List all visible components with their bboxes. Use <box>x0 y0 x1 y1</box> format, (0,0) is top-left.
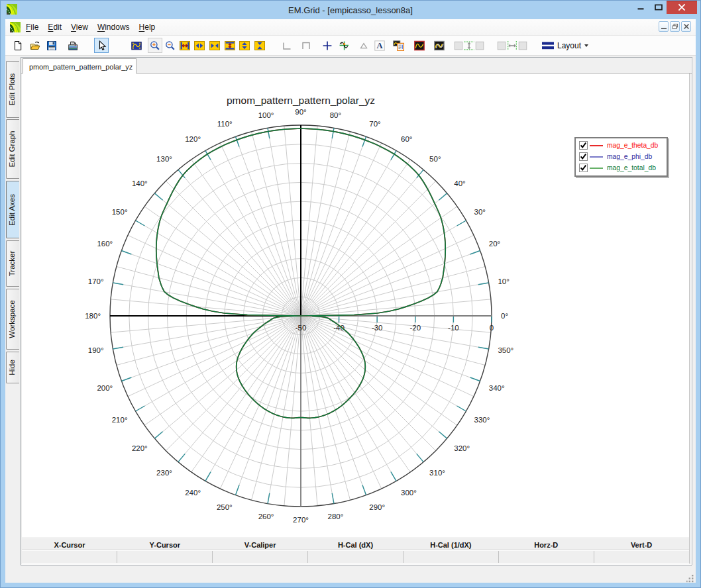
svg-text:210°: 210° <box>112 416 128 424</box>
text-label-button[interactable]: A <box>372 38 387 53</box>
menu-logo-icon <box>10 22 21 32</box>
menu-view[interactable]: View <box>66 19 93 36</box>
svg-text:40°: 40° <box>454 179 465 187</box>
svg-text:280°: 280° <box>328 513 344 520</box>
side-tab-edit-axes[interactable]: Edit Axes <box>6 181 19 239</box>
save-file-button[interactable] <box>44 38 59 53</box>
tracker-header-row: X-CursorY-CursorV-CaliperH-Cal (dX)H-Cal… <box>22 538 689 550</box>
copy-graph-button[interactable] <box>391 38 406 53</box>
mdi-minimize-button[interactable] <box>659 21 669 32</box>
legend-checkbox[interactable] <box>579 141 588 150</box>
menubar: FileEditViewWindowsHelp <box>5 19 696 36</box>
side-tab-label: Edit Plots <box>8 74 17 106</box>
svg-text:90°: 90° <box>295 108 306 116</box>
zoom-out-button[interactable] <box>163 38 178 53</box>
svg-text:200°: 200° <box>97 384 113 392</box>
tracker-value <box>307 551 403 563</box>
axes-corner-button <box>280 38 294 53</box>
pointer-button[interactable] <box>94 38 109 53</box>
svg-text:20°: 20° <box>489 240 500 248</box>
svg-text:250°: 250° <box>217 503 233 511</box>
app-area: FileEditViewWindowsHelp ALayout Edit Plo… <box>5 19 696 583</box>
svg-text:110°: 110° <box>217 120 233 128</box>
legend-checkbox[interactable] <box>579 152 588 161</box>
menu-file[interactable]: File <box>21 19 43 36</box>
svg-text:130°: 130° <box>156 155 172 163</box>
side-tab-hide[interactable]: Hide <box>6 352 19 384</box>
open-file-button[interactable] <box>28 38 42 53</box>
expand-x-button[interactable] <box>178 38 192 53</box>
window-minimize-button[interactable] <box>631 1 650 14</box>
svg-text:100°: 100° <box>258 111 274 119</box>
tracker-value <box>403 551 498 563</box>
tracker-value <box>212 551 307 563</box>
narrow-y-button[interactable] <box>252 38 267 53</box>
svg-text:270°: 270° <box>293 516 309 524</box>
tracker-col-horz-d: Horz-D <box>498 539 594 550</box>
window-close-button[interactable] <box>667 1 697 14</box>
fit-plot-button[interactable] <box>129 38 144 53</box>
plot-legend: mag_e_theta_dbmag_e_phi_dbmag_e_total_db <box>574 137 668 177</box>
tracker-cross-button[interactable] <box>337 38 351 53</box>
svg-text:320°: 320° <box>454 444 470 452</box>
svg-text:190°: 190° <box>88 346 104 354</box>
expand-y-button[interactable] <box>223 38 237 53</box>
mdi-restore-button[interactable] <box>670 21 680 32</box>
svg-text:30°: 30° <box>474 208 486 216</box>
side-tab-edit-plots[interactable]: Edit Plots <box>6 61 19 118</box>
mdi-close-button[interactable] <box>681 21 691 32</box>
plot-single-button[interactable] <box>412 38 427 53</box>
svg-text:10°: 10° <box>498 277 509 285</box>
svg-text:330°: 330° <box>474 416 490 424</box>
svg-text:A: A <box>376 41 382 50</box>
menu-help[interactable]: Help <box>135 19 160 36</box>
legend-row-mag_e_total_db: mag_e_total_db <box>576 162 667 173</box>
tracker-value <box>22 551 117 563</box>
svg-text:140°: 140° <box>132 179 148 187</box>
window-maximize-button[interactable] <box>650 1 667 14</box>
menu-windows[interactable]: Windows <box>93 19 135 36</box>
print-button[interactable] <box>66 38 80 53</box>
svg-text:170°: 170° <box>88 277 104 285</box>
client-area: Edit PlotsEdit GraphEdit AxesTrackerWork… <box>5 56 696 583</box>
plot-multi-button[interactable] <box>432 38 447 53</box>
svg-text:0: 0 <box>490 324 494 332</box>
radial-db-ticks <box>339 317 492 322</box>
side-tab-label: Tracker <box>8 251 17 277</box>
side-tab-edit-graph[interactable]: Edit Graph <box>6 119 19 179</box>
legend-line-sample <box>590 145 603 146</box>
tracker-value <box>594 551 689 563</box>
legend-label: mag_e_theta_db <box>607 142 658 149</box>
zoom-in-button[interactable] <box>148 38 162 53</box>
blank-box-4-button <box>518 38 527 53</box>
widen-x-button[interactable] <box>192 38 207 53</box>
resize-grip-icon[interactable] <box>686 573 694 581</box>
svg-text:-50: -50 <box>296 324 307 332</box>
side-tab-label: Edit Axes <box>8 194 17 226</box>
svg-text:230°: 230° <box>156 469 172 477</box>
app-window: EM.Grid - [empicasso_lesson8a] FileEditV… <box>0 0 701 588</box>
new-document-button[interactable] <box>11 38 25 53</box>
layout-menu-button[interactable]: Layout <box>542 38 588 52</box>
svg-text:0°: 0° <box>501 312 508 320</box>
blank-box-1-button <box>454 38 463 53</box>
svg-text:150°: 150° <box>112 208 128 216</box>
menu-edit[interactable]: Edit <box>43 19 66 36</box>
legend-checkbox[interactable] <box>579 164 588 172</box>
legend-row-mag_e_theta_db: mag_e_theta_db <box>576 140 667 151</box>
document-tab[interactable]: pmom_pattern_pattern_polar_yz <box>23 58 136 74</box>
svg-text:60°: 60° <box>401 135 412 143</box>
tracker-col-y-cursor: Y-Cursor <box>117 539 213 550</box>
svg-text:180°: 180° <box>85 312 101 320</box>
svg-text:310°: 310° <box>429 469 445 477</box>
blank-box-3-button <box>497 38 506 53</box>
crosshair-button[interactable] <box>320 38 335 53</box>
widen-y-button[interactable] <box>237 38 252 53</box>
side-tab-workspace[interactable]: Workspace <box>6 289 19 350</box>
statusbar <box>5 566 696 583</box>
equalize-horizontal-button <box>506 38 518 53</box>
side-tab-tracker[interactable]: Tracker <box>6 240 19 287</box>
blank-box-2-button <box>475 38 484 53</box>
svg-text:80°: 80° <box>330 111 341 119</box>
narrow-x-button[interactable] <box>207 38 222 53</box>
